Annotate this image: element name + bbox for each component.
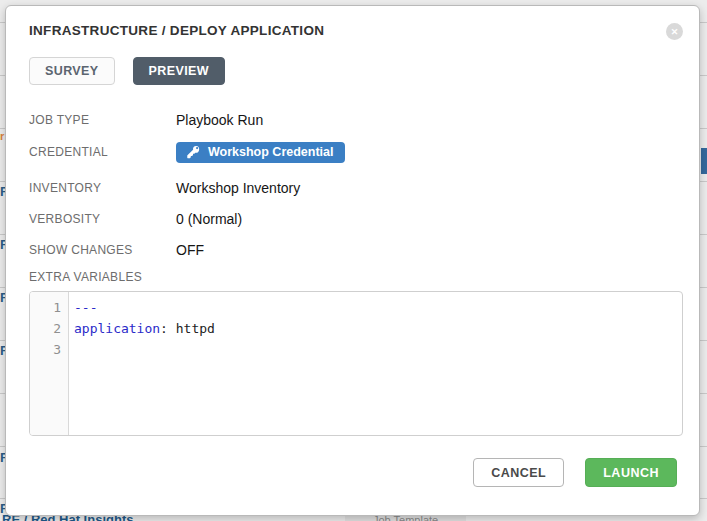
- line-number: 1: [30, 297, 68, 318]
- yaml-key: application: [74, 321, 160, 336]
- field-value: Workshop Inventory: [176, 180, 300, 196]
- key-icon: [186, 145, 200, 159]
- yaml-doc-separator: ---: [74, 300, 97, 315]
- field-value: OFF: [176, 242, 204, 258]
- field-label: VERBOSITY: [29, 212, 176, 226]
- job-details: JOB TYPE Playbook Run CREDENTIAL Worksho…: [29, 109, 677, 260]
- extra-variables-editor[interactable]: 1 2 3 --- application: httpd: [29, 291, 683, 436]
- field-inventory: INVENTORY Workshop Inventory: [29, 177, 677, 198]
- tab-survey[interactable]: SURVEY: [29, 57, 115, 85]
- extra-variables-label: EXTRA VARIABLES: [29, 270, 677, 284]
- bg-badge-fragment: [701, 148, 707, 174]
- yaml-value: httpd: [168, 321, 215, 336]
- tab-row: SURVEY PREVIEW: [29, 57, 677, 85]
- editor-line-numbers: 1 2 3: [30, 292, 69, 435]
- tab-preview[interactable]: PREVIEW: [133, 57, 225, 85]
- modal-header: INFRASTRUCTURE / DEPLOY APPLICATION: [29, 23, 677, 38]
- field-label: SHOW CHANGES: [29, 243, 176, 257]
- yaml-colon: :: [160, 321, 168, 336]
- close-icon[interactable]: [666, 23, 683, 40]
- field-label: CREDENTIAL: [29, 145, 176, 159]
- launch-button[interactable]: LAUNCH: [585, 458, 677, 487]
- field-verbosity: VERBOSITY 0 (Normal): [29, 208, 677, 229]
- code-line: ---: [74, 297, 215, 318]
- field-value: 0 (Normal): [176, 211, 242, 227]
- field-label: INVENTORY: [29, 181, 176, 195]
- deploy-application-modal: INFRASTRUCTURE / DEPLOY APPLICATION SURV…: [5, 5, 700, 516]
- line-number: 3: [30, 339, 68, 360]
- code-line: application: httpd: [74, 318, 215, 339]
- modal-title: INFRASTRUCTURE / DEPLOY APPLICATION: [29, 23, 677, 38]
- credential-badge[interactable]: Workshop Credential: [176, 142, 345, 163]
- line-number: 2: [30, 318, 68, 339]
- editor-code-area[interactable]: --- application: httpd: [69, 292, 215, 435]
- field-credential: CREDENTIAL Workshop Credential: [29, 140, 677, 164]
- bg-text-fragment: r: [0, 130, 4, 142]
- field-job-type: JOB TYPE Playbook Run: [29, 109, 677, 130]
- field-label: JOB TYPE: [29, 113, 176, 127]
- field-show-changes: SHOW CHANGES OFF: [29, 239, 677, 260]
- field-value: Playbook Run: [176, 112, 263, 128]
- modal-footer: CANCEL LAUNCH: [473, 458, 677, 487]
- cancel-button[interactable]: CANCEL: [473, 458, 564, 487]
- credential-badge-label: Workshop Credential: [208, 145, 333, 159]
